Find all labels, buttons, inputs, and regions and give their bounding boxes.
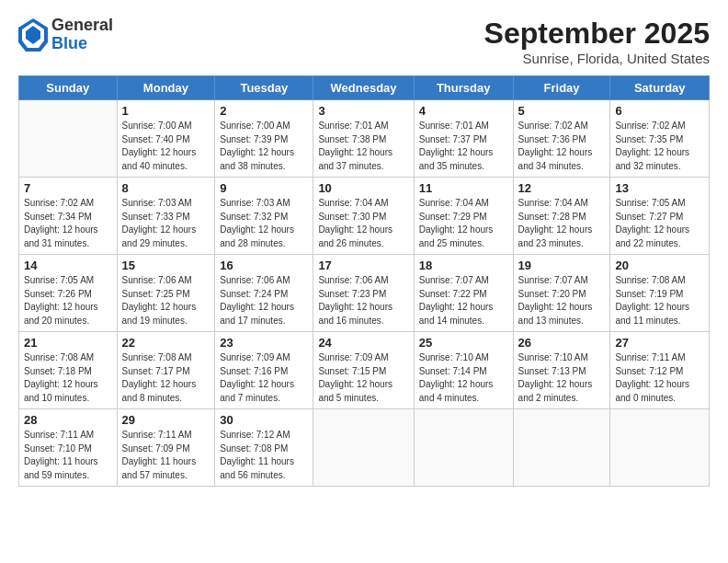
- day-info: Sunrise: 7:10 AM Sunset: 7:13 PM Dayligh…: [518, 351, 606, 405]
- day-number: 16: [220, 259, 308, 272]
- day-info: Sunrise: 7:06 AM Sunset: 7:23 PM Dayligh…: [318, 274, 408, 327]
- calendar-week-row: 21Sunrise: 7:08 AM Sunset: 7:18 PM Dayli…: [19, 332, 710, 409]
- weekday-header: Monday: [117, 76, 215, 100]
- calendar-table: SundayMondayTuesdayWednesdayThursdayFrid…: [18, 75, 710, 487]
- calendar-cell: 17Sunrise: 7:06 AM Sunset: 7:23 PM Dayli…: [313, 255, 414, 332]
- logo-general-text: General: [51, 17, 113, 35]
- weekday-header: Friday: [513, 76, 610, 100]
- day-number: 30: [220, 413, 308, 427]
- day-info: Sunrise: 7:08 AM Sunset: 7:19 PM Dayligh…: [615, 274, 704, 327]
- calendar-cell: 7Sunrise: 7:02 AM Sunset: 7:34 PM Daylig…: [19, 178, 118, 255]
- day-info: Sunrise: 7:07 AM Sunset: 7:20 PM Dayligh…: [518, 274, 606, 327]
- day-number: 13: [615, 181, 704, 195]
- calendar-cell: 9Sunrise: 7:03 AM Sunset: 7:32 PM Daylig…: [215, 178, 313, 255]
- day-info: Sunrise: 7:09 AM Sunset: 7:15 PM Dayligh…: [318, 351, 408, 405]
- day-info: Sunrise: 7:04 AM Sunset: 7:28 PM Dayligh…: [518, 197, 606, 250]
- day-number: 18: [419, 259, 508, 272]
- day-number: 28: [24, 413, 112, 427]
- day-info: Sunrise: 7:04 AM Sunset: 7:29 PM Dayligh…: [419, 197, 508, 250]
- calendar-cell: 24Sunrise: 7:09 AM Sunset: 7:15 PM Dayli…: [313, 332, 414, 409]
- day-info: Sunrise: 7:05 AM Sunset: 7:26 PM Dayligh…: [24, 274, 112, 327]
- calendar-cell: [19, 100, 118, 178]
- calendar-cell: 2Sunrise: 7:00 AM Sunset: 7:39 PM Daylig…: [215, 100, 313, 178]
- calendar-cell: 23Sunrise: 7:09 AM Sunset: 7:16 PM Dayli…: [215, 332, 313, 409]
- calendar-cell: [513, 409, 610, 487]
- day-info: Sunrise: 7:02 AM Sunset: 7:35 PM Dayligh…: [615, 120, 704, 173]
- logo-text: General Blue: [51, 17, 113, 53]
- day-info: Sunrise: 7:01 AM Sunset: 7:37 PM Dayligh…: [419, 120, 508, 173]
- calendar-cell: 11Sunrise: 7:04 AM Sunset: 7:29 PM Dayli…: [414, 178, 513, 255]
- day-info: Sunrise: 7:03 AM Sunset: 7:32 PM Dayligh…: [220, 197, 308, 250]
- calendar-cell: 1Sunrise: 7:00 AM Sunset: 7:40 PM Daylig…: [117, 100, 215, 178]
- day-info: Sunrise: 7:07 AM Sunset: 7:22 PM Dayligh…: [419, 274, 508, 327]
- calendar-week-row: 7Sunrise: 7:02 AM Sunset: 7:34 PM Daylig…: [19, 178, 710, 255]
- calendar-cell: 30Sunrise: 7:12 AM Sunset: 7:08 PM Dayli…: [215, 409, 313, 487]
- calendar-cell: 20Sunrise: 7:08 AM Sunset: 7:19 PM Dayli…: [610, 255, 710, 332]
- day-number: 2: [220, 104, 308, 118]
- calendar-cell: 21Sunrise: 7:08 AM Sunset: 7:18 PM Dayli…: [19, 332, 118, 409]
- day-number: 23: [220, 336, 308, 350]
- day-number: 19: [518, 259, 606, 272]
- calendar-cell: 10Sunrise: 7:04 AM Sunset: 7:30 PM Dayli…: [313, 178, 414, 255]
- calendar-cell: 3Sunrise: 7:01 AM Sunset: 7:38 PM Daylig…: [313, 100, 414, 178]
- day-number: 27: [615, 336, 704, 350]
- day-info: Sunrise: 7:06 AM Sunset: 7:24 PM Dayligh…: [220, 274, 308, 327]
- calendar-cell: 25Sunrise: 7:10 AM Sunset: 7:14 PM Dayli…: [414, 332, 513, 409]
- day-number: 1: [122, 104, 210, 118]
- day-info: Sunrise: 7:11 AM Sunset: 7:12 PM Dayligh…: [615, 351, 704, 405]
- day-number: 9: [220, 181, 308, 195]
- calendar-title: September 2025: [484, 17, 710, 51]
- calendar-cell: [414, 409, 513, 487]
- day-number: 26: [518, 336, 606, 350]
- calendar-cell: 29Sunrise: 7:11 AM Sunset: 7:09 PM Dayli…: [117, 409, 215, 487]
- day-info: Sunrise: 7:02 AM Sunset: 7:34 PM Dayligh…: [24, 197, 112, 250]
- calendar-cell: [313, 409, 414, 487]
- day-info: Sunrise: 7:08 AM Sunset: 7:17 PM Dayligh…: [122, 351, 210, 405]
- calendar-cell: 16Sunrise: 7:06 AM Sunset: 7:24 PM Dayli…: [215, 255, 313, 332]
- day-info: Sunrise: 7:10 AM Sunset: 7:14 PM Dayligh…: [419, 351, 508, 405]
- title-block: September 2025 Sunrise, Florida, United …: [484, 17, 710, 66]
- logo-blue-text: Blue: [51, 35, 113, 53]
- day-number: 20: [615, 259, 704, 272]
- day-number: 25: [419, 336, 508, 350]
- calendar-cell: 27Sunrise: 7:11 AM Sunset: 7:12 PM Dayli…: [610, 332, 710, 409]
- header: General Blue September 2025 Sunrise, Flo…: [18, 17, 710, 66]
- calendar-cell: 13Sunrise: 7:05 AM Sunset: 7:27 PM Dayli…: [610, 178, 710, 255]
- day-number: 4: [419, 104, 508, 118]
- day-info: Sunrise: 7:00 AM Sunset: 7:39 PM Dayligh…: [220, 120, 308, 173]
- day-number: 7: [24, 181, 112, 195]
- calendar-cell: 15Sunrise: 7:06 AM Sunset: 7:25 PM Dayli…: [117, 255, 215, 332]
- calendar-cell: 5Sunrise: 7:02 AM Sunset: 7:36 PM Daylig…: [513, 100, 610, 178]
- calendar-cell: 14Sunrise: 7:05 AM Sunset: 7:26 PM Dayli…: [19, 255, 118, 332]
- calendar-cell: 28Sunrise: 7:11 AM Sunset: 7:10 PM Dayli…: [19, 409, 118, 487]
- day-info: Sunrise: 7:00 AM Sunset: 7:40 PM Dayligh…: [122, 120, 210, 173]
- day-number: 24: [318, 336, 408, 350]
- day-number: 29: [122, 413, 210, 427]
- day-number: 12: [518, 181, 606, 195]
- day-number: 10: [318, 181, 408, 195]
- weekday-header: Sunday: [19, 76, 118, 100]
- calendar-header-row: SundayMondayTuesdayWednesdayThursdayFrid…: [19, 76, 710, 100]
- day-info: Sunrise: 7:12 AM Sunset: 7:08 PM Dayligh…: [220, 429, 308, 482]
- weekday-header: Thursday: [414, 76, 513, 100]
- calendar-cell: 18Sunrise: 7:07 AM Sunset: 7:22 PM Dayli…: [414, 255, 513, 332]
- day-number: 21: [24, 336, 112, 350]
- day-number: 22: [122, 336, 210, 350]
- weekday-header: Saturday: [610, 76, 710, 100]
- calendar-cell: 22Sunrise: 7:08 AM Sunset: 7:17 PM Dayli…: [117, 332, 215, 409]
- calendar-cell: 12Sunrise: 7:04 AM Sunset: 7:28 PM Dayli…: [513, 178, 610, 255]
- day-number: 8: [122, 181, 210, 195]
- calendar-week-row: 1Sunrise: 7:00 AM Sunset: 7:40 PM Daylig…: [19, 100, 710, 178]
- day-info: Sunrise: 7:06 AM Sunset: 7:25 PM Dayligh…: [122, 274, 210, 327]
- day-info: Sunrise: 7:05 AM Sunset: 7:27 PM Dayligh…: [615, 197, 704, 250]
- calendar-cell: 6Sunrise: 7:02 AM Sunset: 7:35 PM Daylig…: [610, 100, 710, 178]
- day-number: 15: [122, 259, 210, 272]
- day-info: Sunrise: 7:11 AM Sunset: 7:09 PM Dayligh…: [122, 429, 210, 482]
- calendar-week-row: 28Sunrise: 7:11 AM Sunset: 7:10 PM Dayli…: [19, 409, 710, 487]
- weekday-header: Tuesday: [215, 76, 313, 100]
- calendar-cell: 26Sunrise: 7:10 AM Sunset: 7:13 PM Dayli…: [513, 332, 610, 409]
- day-info: Sunrise: 7:08 AM Sunset: 7:18 PM Dayligh…: [24, 351, 112, 405]
- calendar-week-row: 14Sunrise: 7:05 AM Sunset: 7:26 PM Dayli…: [19, 255, 710, 332]
- day-number: 3: [318, 104, 408, 118]
- calendar-cell: 8Sunrise: 7:03 AM Sunset: 7:33 PM Daylig…: [117, 178, 215, 255]
